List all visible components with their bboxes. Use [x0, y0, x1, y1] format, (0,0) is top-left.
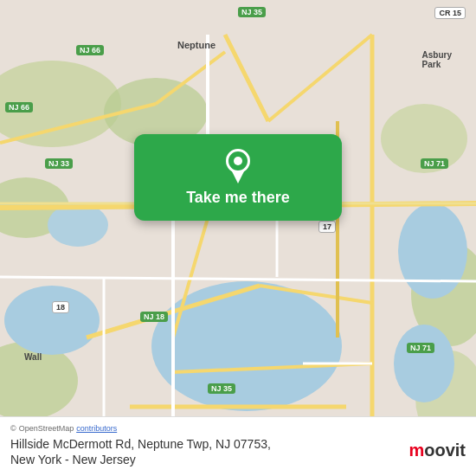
map-container: NJ 35 CR 15 NJ 66 NJ 66 NJ 33 33 NJ 71 1…: [0, 0, 476, 476]
place-label-neptune: Neptune: [177, 40, 215, 50]
svg-point-10: [48, 203, 108, 247]
bottom-bar: © OpenStreetMap contributors Hillside Mc…: [0, 416, 476, 476]
place-label-wall: Wall: [24, 352, 42, 362]
contributors-link[interactable]: contributors: [76, 424, 117, 433]
svg-point-11: [398, 203, 467, 299]
road-badge-nj71-top: NJ 71: [421, 158, 448, 169]
address-block: Hillside McDermott Rd, Neptune Twp, NJ 0…: [10, 436, 271, 467]
road-badge-nj35-bottom: NJ 35: [208, 383, 235, 394]
road-badge-18: 18: [52, 301, 69, 313]
svg-point-12: [394, 325, 454, 402]
address-line1: Hillside McDermott Rd, Neptune Twp, NJ 0…: [10, 436, 271, 452]
svg-point-8: [151, 281, 342, 411]
button-label: Take me there: [186, 189, 290, 207]
pin-tail: [232, 171, 244, 183]
road-badge-cr15: CR 15: [434, 7, 466, 19]
road-badge-nj18: NJ 18: [140, 312, 168, 322]
place-label-asbury-park: AsburyPark: [422, 50, 452, 69]
road-badge-17: 17: [318, 221, 336, 233]
osm-attribution: © OpenStreetMap contributors: [10, 424, 466, 433]
pin-circle: [226, 149, 250, 173]
road-badge-nj33: NJ 33: [45, 158, 73, 169]
map-svg: [0, 0, 476, 476]
road-badge-nj66-left: NJ 66: [5, 102, 33, 113]
take-me-there-button[interactable]: Take me there: [134, 134, 342, 221]
svg-point-9: [4, 286, 100, 355]
osm-text: OpenStreetMap: [19, 424, 74, 433]
road-badge-nj71-bottom: NJ 71: [407, 343, 434, 353]
map-pin-icon: [224, 149, 252, 183]
address-line2: New York - New Jersey: [10, 452, 271, 467]
road-badge-nj66-top: NJ 66: [76, 45, 104, 55]
moovit-m: m: [408, 441, 424, 460]
moovit-logo: moovit: [408, 441, 466, 460]
road-badge-nj35-top: NJ 35: [238, 7, 266, 17]
osm-logo: © OpenStreetMap contributors: [10, 424, 117, 433]
moovit-rest: oovit: [424, 441, 466, 460]
copyright-symbol: ©: [10, 424, 16, 433]
